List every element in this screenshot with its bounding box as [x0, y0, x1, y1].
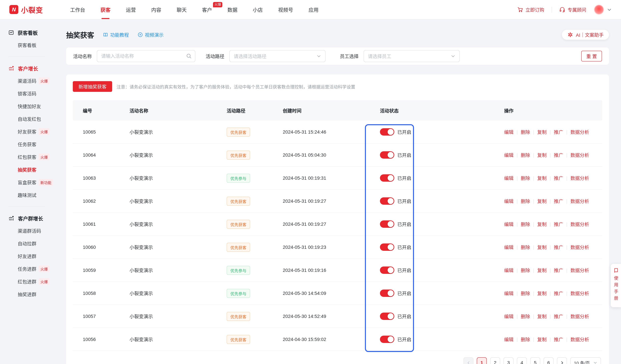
chevron-down-icon[interactable] [607, 7, 612, 12]
sidebar-item-2-2[interactable]: 好友进群 [8, 250, 53, 262]
sidebar-item-1-5[interactable]: 任务获客 [8, 138, 53, 151]
action-link-1[interactable]: 删除 [521, 244, 530, 250]
action-link-4[interactable]: 数据分析 [570, 267, 589, 274]
action-link-2[interactable]: 复制 [537, 221, 547, 227]
action-link-2[interactable]: 复制 [537, 290, 547, 296]
action-link-1[interactable]: 删除 [521, 336, 530, 343]
action-link-4[interactable]: 数据分析 [570, 313, 589, 320]
logo[interactable]: N 小裂变 [9, 4, 43, 15]
action-link-3[interactable]: 推广 [554, 244, 563, 250]
action-link-3[interactable]: 推广 [554, 152, 563, 158]
user-manual-tab[interactable]: 使用手册 [611, 264, 621, 307]
sidebar-item-1-6[interactable]: 红包获客 火爆 [8, 151, 53, 163]
sidebar-item-2-1[interactable]: 自动拉群 [8, 237, 53, 250]
activity-path-select[interactable]: 请选择活动路径 [229, 50, 326, 62]
action-link-2[interactable]: 复制 [537, 336, 547, 343]
nav-item-6[interactable]: 数据 [220, 0, 245, 19]
sidebar-item-2-0[interactable]: 渠道群活码 [8, 225, 53, 237]
nav-item-5[interactable]: 客户 火爆 [194, 0, 220, 19]
sidebar-item-1-1[interactable]: 锁客活码 [8, 87, 53, 100]
action-link-4[interactable]: 数据分析 [570, 198, 589, 204]
status-toggle[interactable] [380, 197, 394, 205]
action-link-3[interactable]: 推广 [554, 198, 563, 204]
sidebar-item-1-4[interactable]: 好友获客 火爆 [8, 125, 53, 138]
page-number-button-3[interactable]: 3 [503, 357, 514, 364]
action-link-0[interactable]: 编辑 [504, 221, 514, 227]
action-link-0[interactable]: 编辑 [504, 152, 514, 158]
action-link-3[interactable]: 推广 [554, 175, 563, 181]
avatar[interactable] [594, 5, 604, 14]
action-link-3[interactable]: 推广 [554, 336, 563, 343]
nav-item-3[interactable]: 内容 [144, 0, 169, 19]
action-link-2[interactable]: 复制 [537, 198, 547, 204]
action-link-2[interactable]: 复制 [537, 267, 547, 274]
sidebar-item-1-2[interactable]: 快捷加好友 [8, 100, 53, 113]
action-link-0[interactable]: 编辑 [504, 336, 514, 343]
page-number-button-5[interactable]: 5 [530, 357, 540, 364]
action-link-0[interactable]: 编辑 [504, 129, 514, 135]
action-link-1[interactable]: 删除 [521, 267, 530, 274]
sidebar-item-0-0[interactable]: 获客看板 [8, 39, 53, 52]
sidebar-item-2-4[interactable]: 红包进群 火爆 [8, 275, 53, 288]
action-link-4[interactable]: 数据分析 [570, 175, 589, 181]
status-toggle[interactable] [380, 128, 394, 136]
action-link-2[interactable]: 复制 [537, 152, 547, 158]
page-number-button-4[interactable]: 4 [517, 357, 527, 364]
video-demo-link[interactable]: 视频演示 [138, 31, 164, 38]
sidebar-item-1-8[interactable]: 盲盒获客 新功能 [8, 176, 53, 189]
action-link-0[interactable]: 编辑 [504, 244, 514, 250]
action-link-1[interactable]: 删除 [521, 198, 530, 204]
ai-copy-assistant-button[interactable]: AI｜文案助手 [562, 30, 609, 40]
action-link-0[interactable]: 编辑 [504, 267, 514, 274]
action-link-4[interactable]: 数据分析 [570, 129, 589, 135]
action-link-2[interactable]: 复制 [537, 313, 547, 320]
sidebar-group-header[interactable]: 客户增长 [8, 62, 53, 74]
status-toggle[interactable] [380, 174, 394, 182]
next-page-button[interactable] [557, 357, 567, 364]
nav-item-7[interactable]: 小店 [245, 0, 270, 19]
add-lottery-button[interactable]: 新增抽奖获客 [73, 81, 112, 92]
action-link-3[interactable]: 推广 [554, 290, 563, 296]
action-link-0[interactable]: 编辑 [504, 175, 514, 181]
action-link-1[interactable]: 删除 [521, 290, 530, 296]
action-link-3[interactable]: 推广 [554, 313, 563, 320]
action-link-1[interactable]: 删除 [521, 152, 530, 158]
action-link-2[interactable]: 复制 [537, 244, 547, 250]
action-link-0[interactable]: 编辑 [504, 313, 514, 320]
action-link-4[interactable]: 数据分析 [570, 221, 589, 227]
action-link-1[interactable]: 删除 [521, 221, 530, 227]
sidebar-item-1-3[interactable]: 自动发红包 [8, 113, 53, 125]
action-link-2[interactable]: 复制 [537, 175, 547, 181]
status-toggle[interactable] [380, 290, 394, 297]
action-link-4[interactable]: 数据分析 [570, 290, 589, 296]
sidebar-item-1-0[interactable]: 渠道活码 火爆 [8, 74, 53, 87]
tutorial-link[interactable]: 功能教程 [103, 31, 129, 38]
action-link-1[interactable]: 删除 [521, 175, 530, 181]
nav-item-2[interactable]: 运营 [118, 0, 144, 19]
action-link-4[interactable]: 数据分析 [570, 152, 589, 158]
nav-item-0[interactable]: 工作台 [62, 0, 93, 19]
status-toggle[interactable] [380, 336, 394, 343]
sidebar-group-header[interactable]: 客户群增长 [8, 212, 53, 225]
action-link-1[interactable]: 删除 [521, 313, 530, 320]
page-size-select[interactable]: 10 条/页 [570, 357, 601, 364]
sidebar-item-1-9[interactable]: 趣味测试 [8, 189, 53, 201]
action-link-3[interactable]: 推广 [554, 221, 563, 227]
prev-page-button[interactable] [464, 357, 473, 364]
nav-item-4[interactable]: 聊天 [169, 0, 194, 19]
status-toggle[interactable] [380, 266, 394, 274]
order-now-button[interactable]: 立即订购 [517, 6, 544, 13]
sidebar-item-2-3[interactable]: 任务进群 火爆 [8, 262, 53, 275]
advisor-button[interactable]: 专属顾问 [559, 6, 586, 13]
action-link-0[interactable]: 编辑 [504, 198, 514, 204]
status-toggle[interactable] [380, 220, 394, 228]
action-link-3[interactable]: 推广 [554, 129, 563, 135]
nav-item-9[interactable]: 应用 [301, 0, 326, 19]
page-number-button-2[interactable]: 2 [490, 357, 500, 364]
staff-select[interactable]: 请选择员工 [363, 50, 460, 62]
action-link-4[interactable]: 数据分析 [570, 244, 589, 250]
action-link-2[interactable]: 复制 [537, 129, 547, 135]
sidebar-group-header[interactable]: 获客看板 [8, 26, 53, 39]
status-toggle[interactable] [380, 243, 394, 251]
nav-item-1[interactable]: 获客 [93, 0, 118, 19]
